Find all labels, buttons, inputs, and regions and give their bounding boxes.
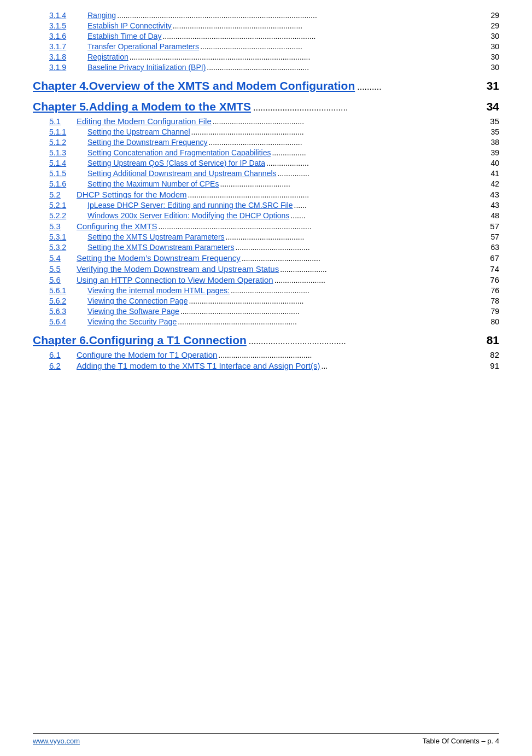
subsection-label[interactable]: Setting the XMTS Downstream Parameters	[87, 243, 234, 252]
subsection-number[interactable]: 3.1.7	[49, 42, 87, 51]
toc-row: 5.6.1Viewing the internal modem HTML pag…	[33, 286, 499, 295]
subsection-page: 30	[490, 32, 499, 40]
subsection-number[interactable]: 5.2.2	[49, 211, 87, 220]
toc-row: 5.6Using an HTTP Connection to View Mode…	[33, 275, 499, 284]
subsection-page: 63	[490, 243, 499, 252]
subsection-page: 76	[490, 286, 499, 295]
subsection-dots: .....................................	[230, 286, 491, 295]
subsection-dots: ........................................…	[190, 127, 491, 136]
section-page: 67	[490, 253, 499, 263]
chapter-label[interactable]: Adding a Modem to the XMTS	[89, 100, 251, 113]
section-number[interactable]: 5.4	[49, 253, 77, 263]
subsection-label[interactable]: Setting the Upstream Channel	[87, 127, 190, 136]
subsection-number[interactable]: 5.3.2	[49, 243, 87, 252]
subsection-number[interactable]: 5.3.1	[49, 232, 87, 241]
subsection-dots: ......	[293, 201, 491, 210]
subsection-label[interactable]: Viewing the Connection Page	[87, 296, 188, 305]
section-number[interactable]: 5.1	[49, 117, 77, 126]
chapter-dots: ........................................	[247, 336, 487, 346]
subsection-page: 38	[490, 138, 499, 147]
subsection-number[interactable]: 3.1.4	[49, 11, 87, 20]
subsection-number[interactable]: 5.1.5	[49, 169, 87, 178]
subsection-label[interactable]: Setting Concatenation and Fragmentation …	[87, 148, 271, 157]
subsection-label[interactable]: Transfer Operational Parameters	[87, 42, 199, 51]
chapter-label[interactable]: Overview of the XMTS and Modem Configura…	[89, 79, 355, 92]
subsection-page: 35	[490, 127, 499, 136]
subsection-label[interactable]: Viewing the Security Page	[87, 317, 177, 326]
subsection-label[interactable]: Ranging	[87, 11, 116, 20]
subsection-label[interactable]: Establish IP Connectivity	[87, 21, 172, 30]
subsection-page: 29	[490, 11, 499, 20]
section-label[interactable]: Adding the T1 modem to the XMTS T1 Inter…	[77, 361, 320, 370]
section-number[interactable]: 6.2	[49, 361, 77, 370]
subsection-label[interactable]: Setting the Maximum Number of CPEs	[87, 179, 219, 188]
subsection-dots: ........................................…	[128, 53, 491, 61]
subsection-number[interactable]: 3.1.6	[49, 32, 87, 40]
chapter-label[interactable]: Configuring a T1 Connection	[89, 334, 247, 347]
section-label[interactable]: Configure the Modem for T1 Operation	[77, 350, 217, 359]
footer: www.vyyo.com Table Of Contents – p. 4	[33, 733, 499, 745]
section-dots: ........................	[273, 276, 490, 284]
subsection-number[interactable]: 3.1.8	[49, 53, 87, 61]
subsection-label[interactable]: Setting the XMTS Upstream Parameters	[87, 232, 225, 241]
subsection-number[interactable]: 5.6.1	[49, 286, 87, 295]
subsection-label[interactable]: Setting Additional Downstream and Upstre…	[87, 169, 277, 178]
subsection-label[interactable]: Windows 200x Server Edition: Modifying t…	[87, 211, 289, 220]
section-number[interactable]: 5.3	[49, 222, 77, 231]
subsection-label[interactable]: Viewing the internal modem HTML pages:	[87, 286, 230, 295]
subsection-number[interactable]: 5.1.6	[49, 179, 87, 188]
section-number[interactable]: 6.1	[49, 350, 77, 359]
subsection-label[interactable]: Setting Upstream QoS (Class of Service) …	[87, 159, 265, 167]
subsection-page: 48	[490, 211, 499, 220]
subsection-number[interactable]: 3.1.9	[49, 63, 87, 72]
subsection-label[interactable]: Establish Time of Day	[87, 32, 161, 40]
subsection-number[interactable]: 5.1.1	[49, 127, 87, 136]
section-page: 57	[490, 222, 499, 231]
section-number[interactable]: 5.2	[49, 190, 77, 199]
section-label[interactable]: Setting the Modem’s Downstream Frequency	[77, 253, 241, 263]
section-page: 76	[490, 275, 499, 284]
subsection-number[interactable]: 5.1.2	[49, 138, 87, 147]
section-dots: ........................................…	[157, 222, 490, 231]
subsection-label[interactable]: Registration	[87, 53, 128, 61]
subsection-page: 40	[490, 159, 499, 167]
chapter-number[interactable]: Chapter 6.	[33, 334, 89, 347]
section-page: 43	[490, 190, 499, 199]
chapter-number[interactable]: Chapter 5.	[33, 100, 89, 113]
section-label[interactable]: DHCP Settings for the Modem	[77, 190, 186, 199]
section-label[interactable]: Editing the Modem Configuration File	[77, 117, 212, 126]
subsection-number[interactable]: 5.6.2	[49, 296, 87, 305]
subsection-number[interactable]: 5.2.1	[49, 201, 87, 210]
toc-row: 3.1.7Transfer Operational Parameters....…	[33, 42, 499, 51]
subsection-number[interactable]: 3.1.5	[49, 21, 87, 30]
subsection-number[interactable]: 5.1.4	[49, 159, 87, 167]
subsection-dots: ....................	[265, 159, 490, 167]
subsection-dots: ................	[271, 148, 490, 157]
subsection-label[interactable]: Baseline Privacy Initialization (BPI)	[87, 63, 206, 72]
subsection-label[interactable]: Setting the Downstream Frequency	[87, 138, 207, 147]
section-label[interactable]: Configuring the XMTS	[77, 222, 157, 231]
subsection-label[interactable]: Viewing the Software Page	[87, 307, 179, 316]
toc-row: 5.2.1IpLease DHCP Server: Editing and ru…	[33, 201, 499, 210]
subsection-page: 30	[490, 42, 499, 51]
section-dots: ........................................…	[186, 190, 490, 199]
subsection-page: 42	[490, 179, 499, 188]
subsection-page: 29	[490, 21, 499, 30]
subsection-label[interactable]: IpLease DHCP Server: Editing and running…	[87, 201, 293, 210]
subsection-number[interactable]: 5.6.3	[49, 307, 87, 316]
chapter-number[interactable]: Chapter 4.	[33, 79, 89, 92]
footer-link[interactable]: www.vyyo.com	[33, 737, 80, 745]
section-number[interactable]: 5.6	[49, 275, 77, 284]
toc-row: 5.3Configuring the XMTS.................…	[33, 222, 499, 231]
subsection-number[interactable]: 5.1.3	[49, 148, 87, 157]
toc-row: 5.3.1Setting the XMTS Upstream Parameter…	[33, 232, 499, 241]
toc-row: 5.1.3Setting Concatenation and Fragmenta…	[33, 148, 499, 157]
section-number[interactable]: 5.5	[49, 264, 77, 274]
toc-row: Chapter 6.Configuring a T1 Connection...…	[33, 334, 499, 347]
subsection-number[interactable]: 5.6.4	[49, 317, 87, 326]
section-label[interactable]: Using an HTTP Connection to View Modem O…	[77, 275, 273, 284]
subsection-dots: .......	[289, 211, 490, 220]
section-dots: ........................................…	[212, 117, 490, 126]
toc-row: 5.6.2Viewing the Connection Page........…	[33, 296, 499, 305]
section-label[interactable]: Verifying the Modem Downstream and Upstr…	[77, 264, 279, 274]
